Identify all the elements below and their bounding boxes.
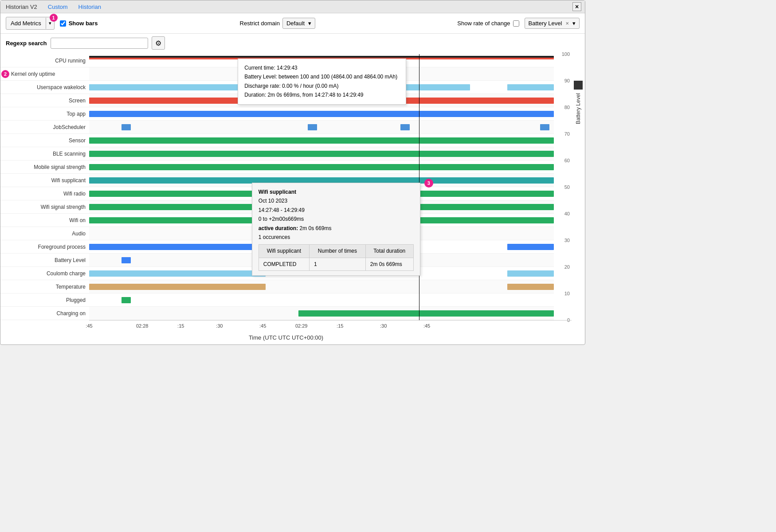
- table-cell-times: 1: [310, 258, 366, 270]
- y-label-40: 40: [564, 211, 570, 216]
- tab-historian[interactable]: Historian: [77, 3, 103, 11]
- gear-button[interactable]: ⚙: [152, 36, 165, 50]
- row-label-audio: Audio: [0, 227, 89, 240]
- search-input[interactable]: [51, 38, 148, 49]
- time-label-3: :30: [216, 323, 223, 329]
- restrict-domain-value: Default: [286, 20, 305, 27]
- chart-row-6[interactable]: [89, 134, 554, 147]
- add-metrics-badge: 1: [50, 14, 58, 22]
- battery-icon: [574, 81, 583, 90]
- marker-badge-2: 2: [1, 70, 9, 78]
- chart-row-19[interactable]: [89, 307, 554, 320]
- bar-14-1: [507, 244, 554, 250]
- bar-14-0: [89, 244, 266, 250]
- tooltip-occurrences: 1 occurences: [259, 233, 414, 242]
- battery-level-close-icon[interactable]: ×: [565, 20, 569, 27]
- restrict-domain-select[interactable]: Default ▾: [282, 18, 315, 29]
- search-label: Regexp search: [6, 40, 47, 47]
- bottom-tooltip: 3 Wifi supplicant Oct 10 2023 14:27:48 -…: [252, 183, 420, 276]
- bar-19-0: [298, 310, 554, 317]
- y-axis: 1009080706050403020100: [554, 54, 572, 320]
- time-label-6: :15: [337, 323, 343, 329]
- battery-level-arrow-icon[interactable]: ▾: [572, 20, 576, 27]
- row-label-top-app: Top app: [0, 107, 89, 121]
- tooltip-active-duration: active duration: 2m 0s 669ms: [259, 224, 414, 233]
- bar-5-3: [540, 124, 549, 130]
- row-label-wifi-on: Wifi on: [0, 214, 89, 227]
- chart-row-8[interactable]: [89, 160, 554, 174]
- battery-level-sidebar-label: Battery Level: [575, 93, 581, 124]
- y-label-20: 20: [564, 264, 570, 270]
- bar-15-0: [121, 257, 131, 263]
- show-bars-checkbox[interactable]: [60, 20, 66, 27]
- tooltip-table: Wifi supplicant Number of times Total du…: [259, 244, 414, 271]
- add-metrics-button[interactable]: Add Metrics ▾ 1: [6, 17, 55, 30]
- chart-row-5[interactable]: [89, 121, 554, 134]
- close-button[interactable]: ×: [572, 2, 581, 11]
- y-label-50: 50: [564, 184, 570, 190]
- show-rate-checkbox[interactable]: [513, 20, 519, 27]
- row-label-temperature: Temperature: [0, 280, 89, 293]
- time-label-8: :45: [423, 323, 430, 329]
- bar-6-0: [89, 137, 554, 144]
- row-label-plugged: Plugged: [0, 293, 89, 307]
- row-label-cpu-running: CPU running: [0, 54, 89, 67]
- tooltip-title: Wifi supplicant: [259, 188, 414, 196]
- time-label-0: :45: [86, 323, 92, 329]
- y-label-10: 10: [564, 291, 570, 296]
- time-label-1: 02:28: [136, 323, 149, 329]
- table-header-col1: Wifi supplicant: [259, 245, 309, 258]
- y-label-30: 30: [564, 238, 570, 243]
- chart-row-4[interactable]: [89, 107, 554, 121]
- row-label-userspace-wakelock: Userspace wakelock: [0, 81, 89, 94]
- toolbar: Add Metrics ▾ 1 Show bars Restrict domai…: [0, 13, 585, 34]
- main-chart: CPU running2Kernel only uptimeUserspace …: [0, 54, 572, 344]
- bar-17-1: [507, 284, 554, 290]
- time-label-2: :15: [177, 323, 184, 329]
- battery-level-tag[interactable]: Battery Level × ▾: [525, 18, 580, 29]
- table-header-col3: Total duration: [365, 245, 413, 258]
- bar-5-2: [400, 124, 410, 130]
- tooltip-time: Current time: 14:29:43: [244, 63, 400, 72]
- row-label-ble-scanning: BLE scanning: [0, 147, 89, 160]
- bar-2-1: [507, 84, 554, 90]
- table-header-col2: Number of times: [310, 245, 366, 258]
- tooltip-discharge: Discharge rate: 0.00 % / hour (0.00 mA): [244, 82, 400, 90]
- tooltip-badge-3: 3: [424, 179, 433, 188]
- bar-5-0: [121, 124, 131, 130]
- tab-historian-v2[interactable]: Historian V2: [4, 3, 39, 11]
- restrict-domain-arrow-icon: ▾: [308, 20, 311, 27]
- chart-content: Current time: 14:29:43 Battery Level: be…: [89, 54, 554, 320]
- bar-16-1: [507, 270, 554, 277]
- row-label-sensor: Sensor: [0, 134, 89, 147]
- bar-4-0: [89, 111, 554, 117]
- title-bar: Historian V2 Custom Historian ×: [0, 0, 585, 13]
- time-label-7: :30: [380, 323, 387, 329]
- tab-custom[interactable]: Custom: [46, 3, 70, 11]
- restrict-domain-group: Restrict domain Default ▾: [240, 18, 316, 29]
- add-metrics-label: Add Metrics: [6, 17, 46, 29]
- chart-row-7[interactable]: [89, 147, 554, 160]
- row-label-mobile-signal-strength: Mobile signal strength: [0, 160, 89, 174]
- tooltip-battery: Battery Level: between 100 and 100 (4864…: [244, 72, 400, 81]
- table-cell-duration: 2m 0s 669ms: [365, 258, 413, 270]
- y-label-60: 60: [564, 158, 570, 163]
- time-label-4: :45: [259, 323, 266, 329]
- show-bars-group: Show bars: [60, 20, 98, 27]
- table-row: COMPLETED 1 2m 0s 669ms: [259, 258, 413, 270]
- y-label-90: 90: [564, 78, 570, 83]
- table-cell-status: COMPLETED: [259, 258, 309, 270]
- y-label-100: 100: [562, 51, 570, 57]
- show-bars-label: Show bars: [69, 20, 98, 27]
- time-axis: :4502:28:15:30:4502:29:15:30:45: [89, 320, 572, 332]
- y-label-80: 80: [564, 105, 570, 110]
- chart-row-17[interactable]: [89, 280, 554, 293]
- chart-row-18[interactable]: [89, 293, 554, 307]
- tooltip-active-value: 2m 0s 669ms: [300, 225, 332, 231]
- row-label-wifi-supplicant: Wifi supplicant: [0, 174, 89, 187]
- row-label-kernel-only-uptime: 2Kernel only uptime: [0, 67, 89, 81]
- bar-5-1: [308, 124, 317, 130]
- time-label-5: 02:29: [295, 323, 308, 329]
- bar-8-0: [89, 164, 554, 170]
- time-axis-title: Time (UTC UTC UTC+00:00): [0, 332, 572, 344]
